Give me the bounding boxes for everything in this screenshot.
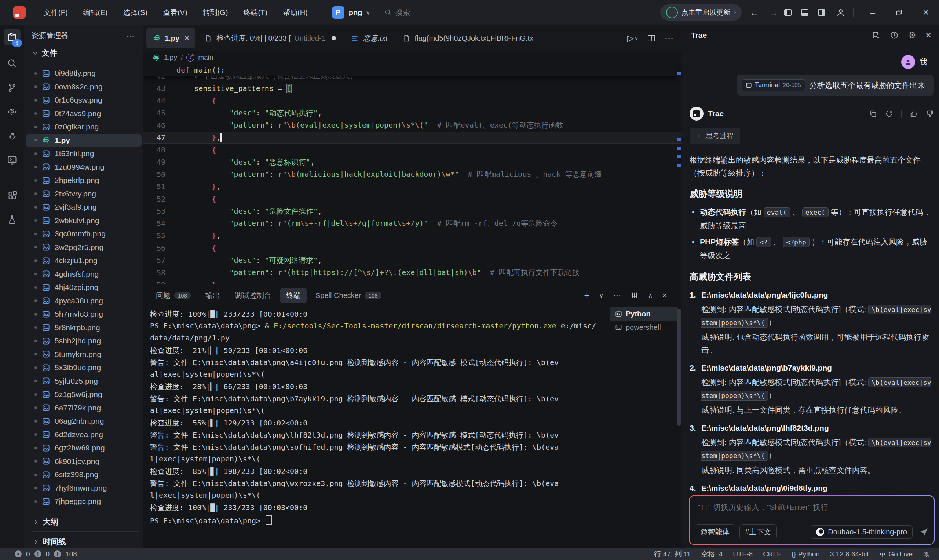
code-line[interactable]: 59 } bbox=[143, 279, 682, 285]
context-chip[interactable]: #上下文 bbox=[740, 525, 777, 540]
file-row[interactable]: 1zu0994w.png bbox=[24, 160, 143, 174]
file-row[interactable]: 5x3lb9uo.png bbox=[24, 361, 143, 375]
code-line[interactable]: 58 "pattern": r"(http|https)://[^\s/]+?\… bbox=[143, 266, 682, 279]
more-actions-icon[interactable]: ⋯ bbox=[613, 291, 621, 300]
copy-icon[interactable] bbox=[869, 109, 877, 118]
global-search[interactable]: 搜索 bbox=[384, 0, 410, 25]
history-icon[interactable] bbox=[890, 31, 899, 40]
sidebar-item-testing[interactable] bbox=[4, 211, 20, 228]
terminal-output[interactable]: 检查进度: 100%|█| 233/233 [00:01<00:0PS E:\m… bbox=[150, 309, 609, 527]
file-row[interactable]: 6k901jcy.png bbox=[24, 455, 143, 468]
sticky-scroll-line[interactable]: def main(): bbox=[143, 64, 677, 76]
thinking-process-toggle[interactable]: 思考过程 bbox=[689, 128, 740, 144]
more-actions-icon[interactable]: ⋯ bbox=[126, 31, 135, 41]
breadcrumb-symbol[interactable]: main bbox=[198, 54, 213, 62]
file-row[interactable]: 4pyca38u.png bbox=[24, 294, 143, 308]
chat-input-box[interactable]: "↑↓" 切换历史输入，"Shift+Enter" 换行 @智能体 #上下文 D… bbox=[689, 495, 934, 545]
terminal-list-item[interactable]: Python bbox=[610, 307, 678, 321]
terminal-scrollbar[interactable] bbox=[677, 309, 681, 426]
status-item[interactable]: 空格: 4 bbox=[701, 549, 723, 559]
file-row[interactable]: 0z0gfkar.png bbox=[24, 120, 143, 134]
sidebar-item-extensions[interactable] bbox=[4, 187, 20, 204]
panel-tab[interactable]: 问题 108 bbox=[150, 288, 197, 303]
code-line[interactable]: 54 "pattern": r"(rm\s+-rf|del\s+/q|forma… bbox=[143, 217, 682, 230]
file-row[interactable]: 2vjf3af9.png bbox=[24, 200, 143, 214]
breadcrumb[interactable]: 1.py / f main bbox=[143, 51, 690, 64]
sidebar-item-terminal-view[interactable] bbox=[4, 152, 20, 169]
code-line[interactable]: 51 }, bbox=[143, 181, 682, 193]
code-line[interactable]: 44 { bbox=[143, 95, 682, 107]
new-chat-icon[interactable] bbox=[871, 31, 880, 40]
editor-tab[interactable]: 恶意.txt bbox=[345, 28, 393, 48]
menu-item[interactable]: 转到(G) bbox=[195, 5, 236, 20]
thumbs-down-icon[interactable] bbox=[926, 109, 934, 118]
file-row[interactable]: 1t63nlil.png bbox=[24, 147, 143, 160]
go-live-button[interactable]: Go Live bbox=[879, 550, 913, 558]
file-row[interactable]: 06ag2nbn.png bbox=[24, 414, 143, 428]
sidebar-item-debug[interactable] bbox=[4, 128, 20, 145]
forward-icon[interactable]: → bbox=[769, 7, 778, 18]
agent-chip[interactable]: @智能体 bbox=[695, 525, 735, 540]
close-panel-icon[interactable]: × bbox=[926, 30, 931, 40]
code-editor[interactable]: 42 # 下面是敏感匹配模式（包含描述和正则表达式） 43 sensitive_… bbox=[143, 64, 682, 284]
restart-to-update-button[interactable]: ↓ 点击重启以更新 › bbox=[660, 5, 742, 20]
notifications-muted-icon[interactable] bbox=[923, 551, 930, 558]
file-row[interactable]: 5h7mvlo3.png bbox=[24, 308, 143, 321]
menu-item[interactable]: 帮助(H) bbox=[275, 5, 315, 20]
panel-tab[interactable]: 调试控制台 bbox=[229, 288, 277, 303]
settings-gear-icon[interactable]: ⚙ bbox=[908, 30, 916, 40]
code-line[interactable]: 53 "desc": "危险文件操作", bbox=[143, 205, 682, 218]
toggle-secondary-sidebar-icon[interactable] bbox=[817, 8, 826, 17]
close-panel-icon[interactable]: × bbox=[662, 290, 667, 300]
close-button[interactable]: × bbox=[923, 6, 929, 18]
code-line[interactable]: 46 "pattern": r"\b(eval|exec|system|pope… bbox=[143, 119, 682, 132]
file-row[interactable]: 5shh2jhd.png bbox=[24, 334, 143, 348]
account-icon[interactable] bbox=[836, 0, 845, 25]
code-line[interactable]: 57 "desc": "可疑网络请求", bbox=[143, 254, 682, 267]
send-icon[interactable] bbox=[919, 528, 929, 537]
model-selector[interactable]: Doubao-1.5-thinking-pro bbox=[811, 525, 913, 539]
file-row[interactable]: 4gdnsfsf.png bbox=[24, 268, 143, 281]
breadcrumb-file[interactable]: 1.py bbox=[164, 54, 177, 62]
file-row[interactable]: 2hpekrlp.png bbox=[24, 174, 143, 187]
code-line[interactable]: 48 { bbox=[143, 144, 682, 156]
project-chip[interactable]: P bbox=[332, 6, 344, 19]
editor-tab[interactable]: 检查进度: 0%| | 0/233 [00:00<?, ?文件/s] Untit… bbox=[198, 28, 342, 48]
file-row[interactable]: 2wbkulvl.png bbox=[24, 214, 143, 228]
regenerate-icon[interactable] bbox=[885, 109, 893, 118]
panel-tab[interactable]: 终端 bbox=[280, 288, 307, 303]
status-item[interactable]: CRLF bbox=[763, 550, 781, 558]
files-section-header[interactable]: 文件 bbox=[24, 45, 143, 60]
run-python-file-button[interactable]: ▷∨ bbox=[627, 33, 638, 43]
file-row[interactable]: 3w2pg2r5.png bbox=[24, 241, 143, 254]
menu-item[interactable]: 编辑(E) bbox=[76, 5, 116, 20]
code-line[interactable]: 49 "desc": "恶意标识符", bbox=[143, 156, 682, 169]
code-line[interactable]: 55 }, bbox=[143, 230, 682, 242]
chat-scroll-area[interactable]: 我 Terminal 20-505 分析选取五个最有威胁的文件出来 Trae bbox=[682, 45, 939, 495]
menu-item[interactable]: 文件(F) bbox=[36, 5, 76, 20]
menu-item[interactable]: 终端(T) bbox=[236, 5, 275, 20]
chevron-down-icon[interactable]: ∨ bbox=[366, 9, 370, 16]
more-actions-icon[interactable]: ⋯ bbox=[665, 33, 674, 43]
file-row[interactable]: 0i9d8tly.png bbox=[24, 67, 143, 80]
code-line[interactable]: 43 sensitive_patterns = [ bbox=[143, 83, 682, 95]
editor-tab[interactable]: 1.py × bbox=[146, 28, 195, 48]
sidebar-item-source-control[interactable] bbox=[4, 79, 20, 96]
file-row[interactable]: 7jhpeggc.png bbox=[24, 495, 143, 508]
maximize-panel-icon[interactable]: ∧ bbox=[648, 292, 652, 299]
thumbs-up-icon[interactable] bbox=[910, 109, 918, 118]
timeline-section[interactable]: 时间线 bbox=[24, 534, 152, 549]
file-row[interactable]: 6gz2hw69.png bbox=[24, 441, 143, 455]
problems-summary[interactable]: ✕ 0 ! 0 i 108 bbox=[15, 550, 77, 558]
file-row[interactable]: 3qc0mmfh.png bbox=[24, 227, 143, 241]
back-icon[interactable]: ← bbox=[750, 7, 759, 18]
file-row[interactable]: 6d2dzvea.png bbox=[24, 428, 143, 442]
file-row[interactable]: 4hj40zpi.png bbox=[24, 281, 143, 294]
code-line[interactable]: 47 }, bbox=[143, 132, 682, 144]
project-name[interactable]: png bbox=[349, 8, 362, 17]
file-row[interactable]: 0r1c6qsw.png bbox=[24, 94, 143, 107]
menu-item[interactable]: 选择(S) bbox=[115, 5, 155, 20]
status-item[interactable]: 3.12.8 64-bit bbox=[830, 550, 869, 558]
sidebar-item-remote-explorer[interactable] bbox=[4, 103, 20, 120]
panel-tab[interactable]: 输出 bbox=[199, 288, 226, 303]
